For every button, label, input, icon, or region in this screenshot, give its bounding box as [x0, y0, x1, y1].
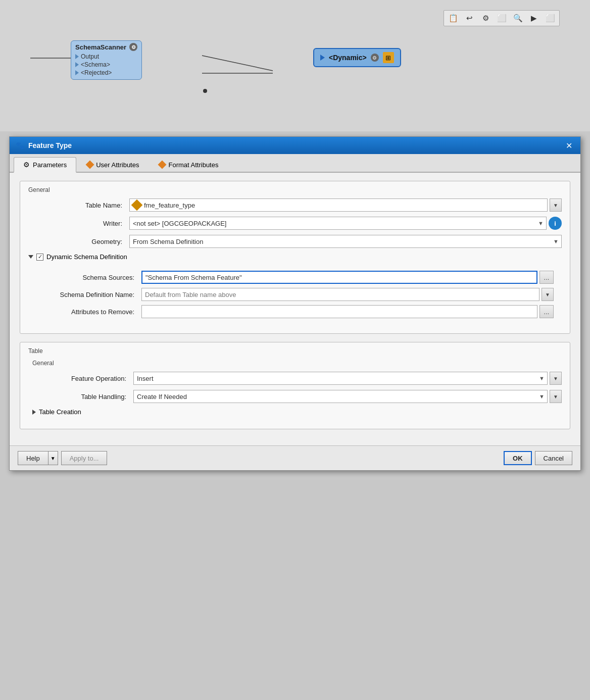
help-button-wrap: Help ▼	[18, 451, 58, 465]
node-port-rejected: <Rejected>	[75, 69, 137, 76]
dynamic-schema-label: Dynamic Schema Definition	[46, 253, 127, 261]
tabs-row: ⚙ Parameters User Attributes Format Attr…	[10, 154, 580, 173]
help-button[interactable]: Help	[18, 451, 48, 465]
toolbar-icon-6[interactable]: ▶	[527, 12, 541, 24]
schema-sources-input[interactable]	[141, 271, 537, 284]
port-arrow-schema	[75, 62, 79, 67]
dynamic-schema-header[interactable]: Dynamic Schema Definition	[28, 253, 562, 261]
schema-scanner-label: SchemaScanner	[75, 43, 126, 51]
table-handling-row: Table Handling: Create If Needed ▼ ▼	[32, 390, 562, 403]
geometry-label: Geometry:	[28, 238, 129, 245]
schema-sources-control: ...	[141, 271, 554, 284]
feature-operation-label: Feature Operation:	[32, 375, 133, 382]
dynamic-table-icon[interactable]: ⊞	[383, 52, 394, 63]
attrs-to-remove-control: ...	[141, 305, 554, 318]
writer-select[interactable]: <not set> [OGCGEOPACKAGE]	[129, 217, 547, 230]
tab-parameters-gear-icon: ⚙	[23, 161, 30, 169]
writer-control: <not set> [OGCGEOPACKAGE] ▼ i	[129, 217, 562, 230]
toolbar-icon-5[interactable]: 🔍	[511, 12, 525, 24]
tab-format-attrs-diamond-icon	[158, 161, 167, 169]
toolbar-icon-7[interactable]: ⬜	[543, 12, 557, 24]
table-creation-label: Table Creation	[39, 408, 81, 416]
canvas-toolbar: 📋 ↩ ⚙ ⬜ 🔍 ▶ ⬜	[444, 10, 560, 26]
toolbar-icon-4[interactable]: ⬜	[495, 12, 509, 24]
attrs-to-remove-ellipsis-button[interactable]: ...	[539, 305, 554, 318]
feature-operation-dropdown-button[interactable]: ▼	[550, 372, 562, 385]
table-name-text: fme_feature_type	[144, 202, 195, 209]
schema-def-name-label: Schema Definition Name:	[40, 291, 141, 298]
writer-select-wrap: <not set> [OGCGEOPACKAGE] ▼	[129, 217, 547, 230]
dynamic-schema-collapse-icon	[28, 255, 33, 259]
table-handling-select-wrap: Create If Needed ▼	[133, 390, 548, 403]
feature-operation-control: Insert ▼ ▼	[133, 372, 562, 385]
geometry-select-wrap: From Schema Definition ▼	[129, 235, 562, 248]
table-name-label: Table Name:	[28, 202, 129, 209]
schema-scanner-gear-icon[interactable]: ⚙	[129, 43, 137, 51]
geometry-select[interactable]: From Schema Definition	[129, 235, 562, 248]
schema-sources-ellipsis-button[interactable]: ...	[539, 271, 554, 284]
table-handling-control: Create If Needed ▼ ▼	[133, 390, 562, 403]
port-arrow-output	[75, 54, 79, 59]
table-general-label: General	[32, 360, 562, 367]
general-section: General Table Name: fme_feature_type ▼ W…	[20, 181, 570, 334]
port-arrow-rejected	[75, 70, 79, 75]
schema-sources-label: Schema Sources:	[40, 274, 141, 281]
dialog-titlebar: 🐾 Feature Type ✕	[10, 137, 580, 154]
table-name-row: Table Name: fme_feature_type ▼	[28, 198, 562, 212]
toolbar-icon-1[interactable]: 📋	[446, 12, 460, 24]
table-name-control: fme_feature_type ▼	[129, 198, 562, 212]
svg-line-1	[202, 56, 273, 71]
tab-parameters-label: Parameters	[33, 161, 67, 169]
table-name-input-wrap[interactable]: fme_feature_type	[129, 198, 548, 212]
table-creation-header[interactable]: Table Creation	[32, 408, 562, 416]
attrs-to-remove-row: Attributes to Remove: ...	[40, 305, 554, 318]
schema-def-name-control: ▼	[141, 288, 554, 301]
attrs-to-remove-input[interactable]	[141, 305, 537, 318]
dynamic-schema-body: Schema Sources: ... Schema Definition Na…	[28, 267, 562, 326]
tab-format-attributes-label: Format Attributes	[168, 161, 218, 169]
table-name-dropdown-button[interactable]: ▼	[550, 198, 562, 212]
geometry-row: Geometry: From Schema Definition ▼	[28, 235, 562, 248]
table-handling-select[interactable]: Create If Needed	[133, 390, 548, 403]
table-handling-dropdown-button[interactable]: ▼	[550, 390, 562, 403]
attrs-to-remove-label: Attributes to Remove:	[40, 308, 141, 316]
feature-operation-select[interactable]: Insert	[133, 372, 548, 385]
dynamic-label: <Dynamic>	[329, 54, 367, 62]
dynamic-gear-icon[interactable]: ⚙	[371, 54, 379, 62]
table-creation-collapse-icon	[32, 410, 36, 415]
schema-def-name-dropdown-button[interactable]: ▼	[542, 288, 554, 301]
dialog-close-button[interactable]: ✕	[563, 140, 574, 151]
tab-format-attributes[interactable]: Format Attributes	[150, 157, 228, 172]
ok-button[interactable]: OK	[504, 451, 532, 465]
node-port-schema: <Schema>	[75, 61, 137, 68]
toolbar-icon-2[interactable]: ↩	[462, 12, 476, 24]
fme-icon	[131, 199, 143, 211]
schema-def-name-row: Schema Definition Name: ▼	[40, 288, 554, 301]
dialog-body: General Table Name: fme_feature_type ▼ W…	[10, 173, 580, 445]
svg-point-3	[203, 89, 207, 93]
writer-info-button[interactable]: i	[549, 217, 562, 230]
dialog-title: Feature Type	[28, 141, 72, 149]
general-section-label: General	[28, 186, 562, 193]
cancel-button[interactable]: Cancel	[535, 451, 572, 465]
tab-user-attributes[interactable]: User Attributes	[77, 157, 149, 172]
dialog-title-icon: 🐾	[16, 141, 24, 149]
schema-sources-row: Schema Sources: ...	[40, 271, 554, 284]
dynamic-node: <Dynamic> ⚙ ⊞	[273, 53, 401, 67]
dynamic-schema-section: Dynamic Schema Definition Schema Sources…	[28, 253, 562, 326]
help-dropdown-button[interactable]: ▼	[48, 451, 58, 465]
feature-operation-row: Feature Operation: Insert ▼ ▼	[32, 372, 562, 385]
tab-user-attrs-diamond-icon	[86, 161, 94, 169]
canvas-area: 📋 ↩ ⚙ ⬜ 🔍 ▶ ⬜ SchemaScanner ⚙ Output	[0, 0, 590, 131]
writer-row: Writer: <not set> [OGCGEOPACKAGE] ▼ i	[28, 217, 562, 230]
table-section: Table General Feature Operation: Insert …	[20, 342, 570, 429]
apply-to-button[interactable]: Apply to...	[61, 451, 108, 465]
tab-user-attributes-label: User Attributes	[96, 161, 139, 169]
dynamic-schema-checkbox[interactable]	[36, 254, 43, 261]
feature-operation-select-wrap: Insert ▼	[133, 372, 548, 385]
tab-parameters[interactable]: ⚙ Parameters	[14, 157, 76, 173]
schema-def-name-input[interactable]	[141, 288, 539, 301]
toolbar-icon-3[interactable]: ⚙	[478, 12, 493, 24]
dynamic-arrow-icon	[320, 55, 325, 61]
dialog-footer: Help ▼ Apply to... OK Cancel	[10, 445, 580, 470]
